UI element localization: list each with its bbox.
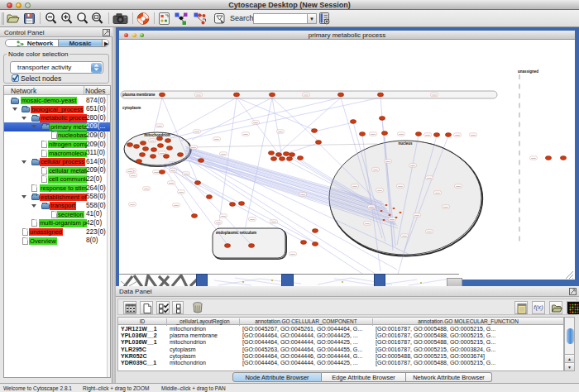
svg-text:plasma membrane: plasma membrane (122, 93, 156, 97)
svg-text:endoplasmic reticulum: endoplasmic reticulum (216, 231, 256, 235)
svg-text:cytoplasm: cytoplasm (122, 106, 141, 110)
svg-text:nucleus: nucleus (398, 141, 413, 146)
svg-text:unassigned: unassigned (518, 69, 538, 74)
svg-text:mitochondrion: mitochondrion (144, 133, 170, 137)
